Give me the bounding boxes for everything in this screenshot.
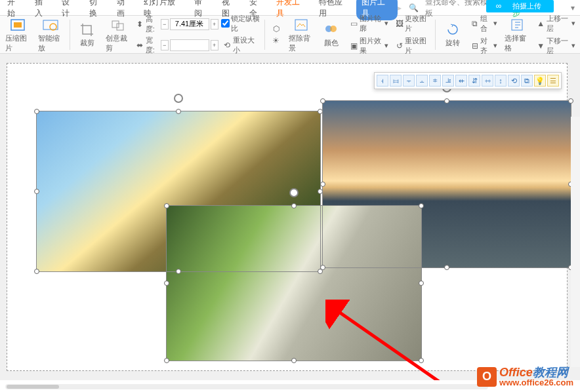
brightness-icon: ☀: [271, 36, 281, 45]
align-top-icon[interactable]: ⫠: [416, 75, 428, 87]
align-button[interactable]: ⊟ 对齐▾: [468, 35, 499, 56]
ribbon-toolbar: 压缩图片 智能缩放 裁剪 创意裁剪 ⬍ 高度: − + ⬌ 宽度: −: [0, 16, 580, 54]
color-button[interactable]: 颜色: [318, 20, 344, 49]
slide[interactable]: [7, 63, 568, 371]
crop-icon: [77, 21, 98, 38]
float-align-toolbar: ⫞ ⧦ ⫟ ⫠ ⧧ ⫡ ⇷ ⇵ ⇿ ↕ ⟲ ⧉ 💡 ☰: [374, 72, 562, 89]
equal-height-icon[interactable]: ↕: [495, 75, 507, 87]
size-controls: ⬍ 高度: − + ⬌ 宽度: − +: [135, 14, 218, 55]
smartzoom-icon: [40, 16, 61, 33]
crop-button[interactable]: 裁剪: [74, 20, 100, 49]
search-icon: 🔍: [407, 3, 419, 12]
height-dec[interactable]: −: [161, 19, 169, 29]
pic-effect-button[interactable]: ▣ 图片效果▾: [347, 35, 390, 56]
height-icon: ⬍: [135, 20, 144, 29]
dist-v-icon[interactable]: ⇵: [468, 75, 480, 87]
scrollbar-vertical[interactable]: [571, 117, 580, 367]
watermark-title: Office教程网: [499, 366, 573, 378]
ribbon-separator: [435, 20, 436, 50]
width-label: 宽度:: [146, 35, 159, 55]
align-icon: ⊟: [470, 41, 479, 50]
image-cat[interactable]: [166, 205, 422, 361]
creative-crop-button[interactable]: 创意裁剪: [103, 15, 133, 54]
width-icon: ⬌: [135, 41, 144, 50]
smartzoom-button[interactable]: 智能缩放: [35, 15, 66, 54]
group-icon[interactable]: ⧉: [521, 75, 533, 87]
width-input[interactable]: [170, 39, 209, 51]
rotate-icon: [442, 21, 463, 38]
ribbon-separator: [264, 20, 265, 50]
reset-pic-button[interactable]: ↺ 重设图片: [393, 35, 432, 56]
upload-button[interactable]: ∞ 拍摄上传: [486, 0, 554, 12]
scrollbar-thumb[interactable]: [7, 385, 59, 389]
align-left-icon[interactable]: ⫞: [377, 75, 388, 87]
svg-rect-4: [112, 21, 119, 28]
lightbulb-icon[interactable]: 💡: [534, 75, 546, 87]
combine-button[interactable]: ⧉ 组合▾: [468, 13, 499, 34]
help-icon[interactable]: ▾: [567, 3, 579, 12]
pic-outline-button[interactable]: ▭ 图片轮廓▾: [347, 13, 390, 34]
lasso-icon: ⬡: [271, 24, 281, 33]
compress-icon: [7, 16, 28, 33]
remove-bg-button[interactable]: 抠除背景: [286, 15, 316, 54]
align-center-h-icon[interactable]: ⧦: [390, 75, 402, 87]
change-pic-icon: 🖼: [395, 19, 404, 28]
reset-pic-icon: ↺: [395, 41, 404, 50]
reset-size-button[interactable]: ⟲ 重设大小: [221, 35, 260, 56]
watermark-logo: O: [477, 367, 497, 387]
dist-h-icon[interactable]: ⇷: [455, 75, 467, 87]
height-input[interactable]: [170, 18, 209, 30]
link-icon: ∞: [493, 1, 505, 10]
brightness-button[interactable]: ☀: [269, 35, 283, 46]
pic-effect-icon: ▣: [349, 41, 358, 50]
send-back-icon: ▼: [537, 41, 545, 50]
watermark-url: www.office26.com: [499, 378, 573, 387]
color-icon: [321, 21, 342, 38]
svg-rect-5: [117, 24, 123, 30]
remove-bg-icon: [291, 16, 312, 33]
scrollbar-horizontal[interactable]: [5, 384, 488, 389]
height-inc[interactable]: +: [211, 19, 218, 29]
align-right-icon[interactable]: ⫟: [403, 75, 415, 87]
bring-forward-button[interactable]: ▲ 上移一层▾: [535, 13, 577, 34]
ribbon-separator: [70, 20, 70, 50]
select-pane-icon: [507, 16, 528, 33]
send-backward-button[interactable]: ▼ 下移一层▾: [535, 35, 577, 56]
slide-canvas[interactable]: [0, 54, 580, 380]
width-dec[interactable]: −: [161, 40, 169, 50]
rotate-icon[interactable]: ⟲: [508, 75, 520, 87]
align-center-v-icon[interactable]: ⧧: [429, 75, 441, 87]
lock-ratio-checkbox[interactable]: 锁定纵横比: [221, 14, 260, 33]
more-icon[interactable]: ☰: [547, 75, 559, 87]
svg-rect-1: [14, 22, 22, 28]
watermark: O Office教程网 www.office26.com: [477, 366, 573, 387]
reset-size-icon: ⟲: [223, 41, 232, 50]
lock-ratio-input[interactable]: [221, 19, 230, 28]
rotate-button[interactable]: 旋转: [440, 20, 466, 49]
svg-point-8: [330, 26, 337, 32]
rotate-handle[interactable]: [174, 94, 183, 103]
align-bottom-icon[interactable]: ⫡: [442, 75, 454, 87]
width-inc[interactable]: +: [211, 40, 218, 50]
bring-fwd-icon: ▲: [537, 19, 545, 28]
compress-button[interactable]: 压缩图片: [3, 15, 33, 54]
select-pane-button[interactable]: 选择窗格: [502, 15, 532, 54]
change-pic-button[interactable]: 🖼 更改图片: [393, 13, 432, 34]
creative-crop-icon: [108, 16, 129, 33]
lasso-button[interactable]: ⬡: [269, 24, 283, 34]
height-label: 高度:: [146, 14, 159, 34]
equal-width-icon[interactable]: ⇿: [482, 75, 493, 87]
pic-outline-icon: ▭: [349, 19, 358, 28]
combine-icon: ⧉: [470, 19, 479, 28]
